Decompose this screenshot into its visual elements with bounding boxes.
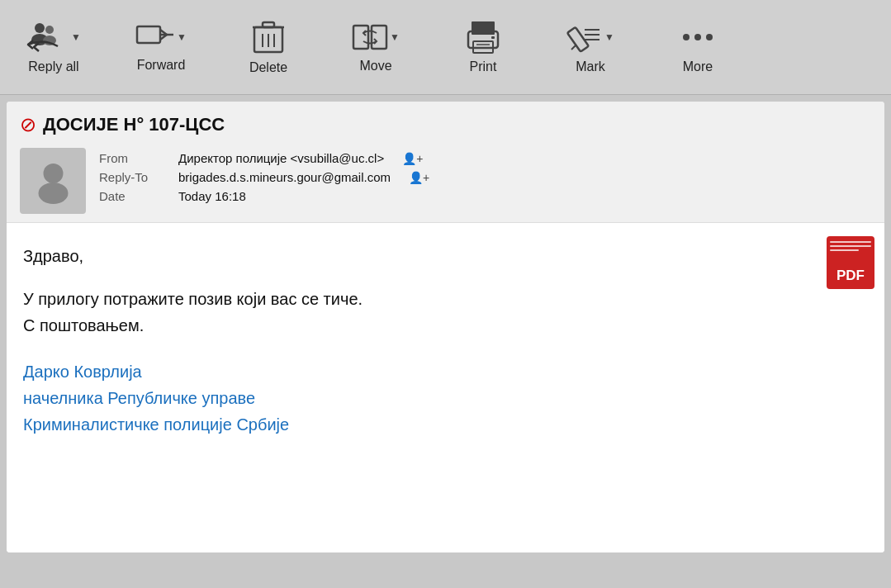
- move-icon: [352, 21, 388, 54]
- email-meta: From Директор полиције <vsubilla@uc.cl> …: [20, 148, 871, 214]
- more-button[interactable]: More: [644, 7, 751, 88]
- mark-dropdown-arrow[interactable]: ▼: [604, 31, 614, 43]
- reply-to-row: Reply-To brigades.d.s.mineurs.gour@gmail…: [99, 170, 429, 184]
- pdf-label: PDF: [836, 268, 865, 284]
- more-label: More: [683, 59, 713, 74]
- print-label: Print: [470, 59, 497, 74]
- mark-icon: [566, 20, 603, 55]
- svg-rect-14: [472, 21, 495, 35]
- avatar-silhouette: [31, 159, 76, 204]
- svg-point-26: [38, 183, 68, 204]
- svg-rect-4: [137, 26, 160, 43]
- move-dropdown-arrow[interactable]: ▼: [390, 31, 400, 43]
- meta-fields: From Директор полиције <vsubilla@uc.cl> …: [99, 148, 429, 203]
- svg-rect-17: [491, 36, 495, 39]
- add-contact-from-icon[interactable]: 👤+: [402, 152, 423, 165]
- forward-dropdown-arrow[interactable]: ▼: [177, 31, 187, 43]
- email-subject: ДОСИЈЕ H° 107-ЦСС: [43, 114, 225, 135]
- reply-to-label: Reply-To: [99, 170, 165, 184]
- reply-to-value: brigades.d.s.mineurs.gour@gmail.com: [178, 170, 391, 184]
- print-icon: [465, 20, 501, 55]
- date-label: Date: [99, 189, 165, 203]
- block-icon: ⊘: [20, 113, 36, 136]
- signature-line-2: начелника Републичке управе: [23, 385, 868, 411]
- svg-point-2: [45, 26, 54, 34]
- delete-label: Delete: [249, 60, 287, 75]
- svg-point-0: [35, 23, 45, 33]
- pdf-lines: [827, 236, 874, 251]
- from-label: From: [99, 151, 165, 165]
- svg-rect-12: [353, 26, 368, 49]
- toolbar: ▼ Reply all ▼ Forward Delete: [0, 0, 891, 95]
- forward-button[interactable]: ▼ Forward: [107, 7, 215, 88]
- reply-all-label: Reply all: [28, 59, 78, 74]
- svg-rect-13: [372, 26, 386, 49]
- from-row: From Директор полиције <vsubilla@uc.cl> …: [99, 151, 429, 165]
- email-container: ⊘ ДОСИЈЕ H° 107-ЦСС From Директор полици…: [7, 102, 884, 552]
- signature-line-3: Криминалистичке полиције Србије: [23, 411, 868, 438]
- body-paragraph: У прилогу потражите позив који вас се ти…: [23, 286, 868, 339]
- delete-button[interactable]: Delete: [215, 7, 322, 88]
- forward-label: Forward: [137, 58, 186, 73]
- svg-line-21: [571, 45, 576, 50]
- move-button[interactable]: ▼ Move: [322, 7, 429, 88]
- svg-point-25: [43, 164, 63, 183]
- add-contact-replyto-icon[interactable]: 👤+: [409, 171, 429, 184]
- pdf-attachment[interactable]: PDF: [827, 236, 874, 289]
- delete-icon: [253, 19, 284, 55]
- mark-button[interactable]: ▼ Mark: [537, 7, 644, 88]
- signature-line-1: Дарко Коврлија: [23, 358, 868, 385]
- print-button[interactable]: Print: [429, 7, 537, 88]
- move-label: Move: [359, 59, 391, 74]
- email-signature: Дарко Коврлија начелника Републичке упра…: [23, 358, 868, 438]
- sender-avatar: [20, 148, 86, 214]
- reply-all-dropdown-arrow[interactable]: ▼: [71, 31, 81, 43]
- email-subject-row: ⊘ ДОСИЈЕ H° 107-ЦСС: [20, 113, 871, 136]
- email-body: PDF Здраво, У прилогу потражите позив ко…: [7, 222, 884, 552]
- reply-all-icon: [26, 20, 69, 55]
- body-greeting: Здраво,: [23, 243, 868, 269]
- mark-label: Mark: [576, 59, 605, 74]
- email-header: ⊘ ДОСИЈЕ H° 107-ЦСС From Директор полици…: [7, 102, 884, 222]
- svg-rect-8: [263, 22, 274, 27]
- reply-all-button[interactable]: ▼ Reply all: [0, 7, 107, 88]
- date-row: Date Today 16:18: [99, 189, 429, 203]
- forward-icon: [135, 21, 175, 53]
- from-value: Директор полиције <vsubilla@uc.cl>: [178, 151, 384, 165]
- date-value: Today 16:18: [178, 189, 246, 203]
